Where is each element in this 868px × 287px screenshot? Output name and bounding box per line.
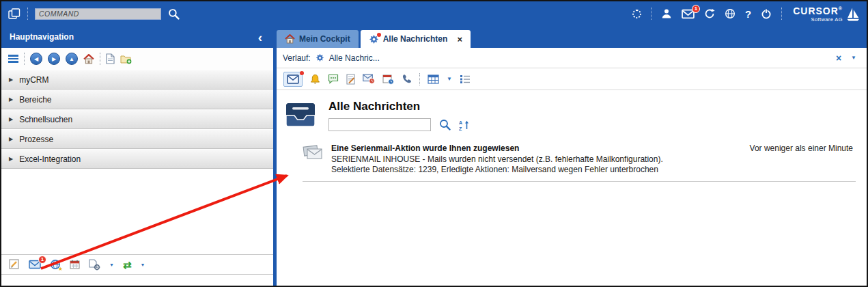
messages-panel: Alle Nachrichten AZ — [277, 90, 867, 182]
filter-chat-icon[interactable] — [328, 74, 339, 84]
cursor-logo: CURSOR® Software AG — [793, 5, 860, 23]
sidebar-header: Hauptnavigation ‹ — [1, 26, 273, 48]
sailboat-logo-icon — [846, 6, 860, 22]
section-label: Prozesse — [19, 135, 53, 144]
history-dropdown-icon[interactable]: ▼ — [851, 55, 856, 61]
calendar-icon[interactable] — [70, 260, 80, 269]
filter-mail-icon[interactable] — [283, 72, 303, 87]
clear-history-icon[interactable]: × — [836, 53, 841, 63]
topbar: 1 ? CURSOR® Software AG — [1, 1, 867, 26]
expand-arrow-icon: ▶ — [9, 77, 13, 83]
divider — [24, 53, 25, 65]
filter-alerts-icon[interactable] — [310, 74, 320, 85]
new-document-icon[interactable] — [106, 53, 115, 64]
sync-icon[interactable]: ⇄ — [123, 260, 132, 270]
message-filter-toolbar: ▼ — [277, 68, 867, 90]
sidebar-section-excel-integration[interactable]: ▶ Excel-Integration — [1, 149, 273, 169]
search-icon[interactable] — [168, 8, 180, 20]
divider — [419, 73, 420, 85]
nav-up-button[interactable]: ▲ — [66, 53, 78, 65]
tab-label: Alle Nachrichten — [383, 34, 448, 44]
power-icon[interactable] — [761, 8, 772, 19]
section-label: Excel-Integration — [19, 154, 81, 164]
message-row[interactable]: Eine Serienmail-Aktion wurde Ihnen zugew… — [303, 144, 856, 182]
divider — [651, 8, 652, 20]
logo-subtitle: Software AG — [811, 16, 843, 23]
expand-arrow-icon: ▶ — [9, 136, 13, 142]
logo-title: CURSOR® — [793, 5, 843, 16]
report-settings-icon[interactable] — [89, 259, 100, 271]
expand-arrow-icon: ▶ — [9, 116, 13, 122]
home-button-icon[interactable] — [83, 54, 94, 64]
nav-forward-button[interactable]: ▶ — [48, 53, 60, 65]
sidebar-section-bereiche[interactable]: ▶ Bereiche — [1, 90, 273, 109]
view-table-icon[interactable] — [428, 74, 439, 84]
section-label: Schnellsuchen — [19, 115, 72, 124]
mail-badge: 1 — [38, 256, 46, 264]
filter-notes-icon[interactable] — [346, 74, 355, 85]
star-icon: ★ — [58, 266, 63, 272]
inbox-icon — [285, 98, 316, 131]
tab-bar: Mein Cockpit Alle Nachrichten × — [277, 30, 471, 48]
mail-badge: 1 — [692, 5, 700, 13]
sidebar-section-prozesse[interactable]: ▶ Prozesse — [1, 129, 273, 149]
nav-back-button[interactable]: ◀ — [30, 53, 42, 65]
main-panel: Verlauf: Alle Nachric... × ▼ — [277, 48, 867, 286]
menu-icon[interactable] — [8, 55, 18, 63]
close-tab-icon[interactable]: × — [457, 34, 462, 44]
divider — [781, 8, 782, 20]
mail-stack-icon — [303, 144, 323, 161]
sidebar-section-schnellsuchen[interactable]: ▶ Schnellsuchen — [1, 109, 273, 129]
web-crm-icon[interactable] — [725, 8, 736, 19]
sidebar-section-mycrm[interactable]: ▶ myCRM — [1, 70, 273, 90]
section-label: myCRM — [19, 75, 48, 85]
filter-appointment-icon[interactable] — [382, 74, 394, 85]
view-list-icon[interactable] — [460, 74, 471, 84]
svg-text:A: A — [459, 120, 462, 125]
content-header: Alle Nachrichten AZ — [285, 98, 860, 131]
command-input[interactable] — [35, 8, 161, 20]
spinner-icon — [632, 10, 641, 18]
new-folder-icon[interactable] — [120, 54, 132, 64]
tab-alle-nachrichten[interactable]: Alle Nachrichten × — [361, 30, 471, 48]
sidebar: ◀ ▶ ▲ ▶ myCRM ▶ Bereiche ▶ Schnellsuchen — [1, 48, 273, 286]
section-label: Bereiche — [19, 95, 51, 105]
footer-mail-icon[interactable]: 1 — [29, 260, 41, 269]
message-search-input[interactable] — [328, 118, 431, 131]
user-icon[interactable] — [661, 8, 672, 19]
filter-mail-reminder-icon[interactable] — [363, 74, 375, 84]
help-icon[interactable]: ? — [745, 9, 751, 19]
page-title: Alle Nachrichten — [328, 100, 470, 113]
app-window: 1 ? CURSOR® Software AG — [0, 0, 868, 287]
report-dropdown-icon[interactable]: ▼ — [109, 262, 114, 267]
edit-note-icon[interactable] — [9, 259, 20, 270]
sidebar-toolbar: ◀ ▶ ▲ — [1, 48, 273, 70]
collapse-sidebar-icon[interactable]: ‹ — [258, 31, 262, 44]
message-line2: Selektierte Datensätze: 1239, Erledigte … — [331, 165, 742, 175]
window-icon[interactable] — [8, 8, 20, 19]
search-messages-icon[interactable] — [439, 119, 451, 131]
view-table-dropdown-icon[interactable]: ▼ — [447, 77, 452, 82]
message-time: Vor weniger als einer Minute — [750, 144, 856, 153]
tab-label: Mein Cockpit — [299, 34, 350, 44]
sync-dropdown-icon[interactable]: ▼ — [141, 262, 145, 267]
subbar: Hauptnavigation ‹ Mein Cockpit Alle Nach… — [1, 26, 867, 48]
filter-phone-icon[interactable] — [402, 74, 412, 84]
notification-dot — [377, 33, 381, 37]
notifications-mail-icon[interactable]: 1 — [682, 9, 695, 19]
search-row: AZ — [328, 118, 470, 131]
tab-mein-cockpit[interactable]: Mein Cockpit — [277, 30, 359, 48]
notification-dot — [300, 71, 304, 75]
web-favorites-icon[interactable]: ★ — [50, 259, 61, 270]
sidebar-title: Hauptnavigation — [10, 32, 74, 42]
message-body: Eine Serienmail-Aktion wurde Ihnen zugew… — [331, 144, 742, 174]
messages-gear-icon — [369, 34, 379, 44]
redo-icon[interactable] — [704, 8, 715, 19]
history-label: Verlauf: — [283, 53, 311, 63]
divider — [100, 53, 100, 65]
sort-icon[interactable]: AZ — [459, 120, 470, 131]
home-icon — [285, 34, 295, 44]
expand-arrow-icon: ▶ — [9, 156, 13, 162]
history-item-icon — [316, 53, 324, 62]
history-item[interactable]: Alle Nachric... — [329, 53, 380, 63]
